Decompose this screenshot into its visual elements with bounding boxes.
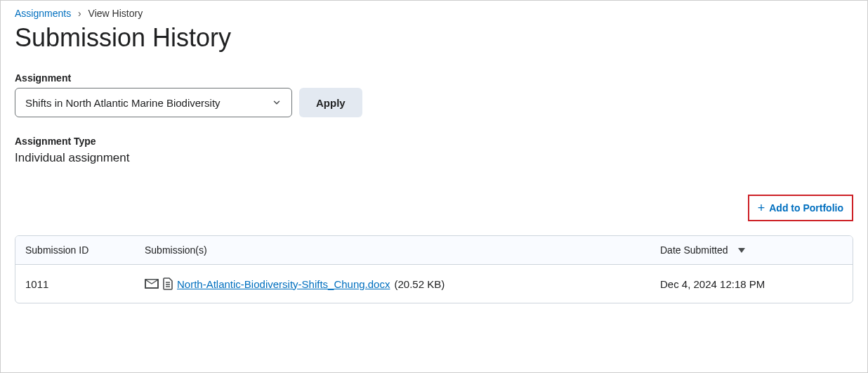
breadcrumb: Assignments › View History <box>15 8 853 19</box>
assignment-type-value: Individual assignment <box>15 151 853 165</box>
table-header-row: Submission ID Submission(s) Date Submitt… <box>15 236 853 265</box>
cell-submission-id: 1011 <box>25 278 145 290</box>
add-to-portfolio-label: Add to Portfolio <box>769 202 843 214</box>
document-icon <box>163 277 173 290</box>
page-title: Submission History <box>15 23 853 53</box>
sort-desc-icon <box>737 244 746 256</box>
table-row: 1011 North-Atlantic-Biodiversity-Shifts_… <box>15 265 853 303</box>
plus-icon: + <box>758 202 765 214</box>
col-header-date-label: Date Submitted <box>660 244 728 256</box>
chevron-down-icon <box>272 98 282 107</box>
breadcrumb-root-link[interactable]: Assignments <box>15 8 71 19</box>
assignment-type-label: Assignment Type <box>15 136 853 147</box>
submissions-table: Submission ID Submission(s) Date Submitt… <box>15 235 853 303</box>
breadcrumb-separator: › <box>78 8 81 19</box>
assignment-select[interactable]: Shifts in North Atlantic Marine Biodiver… <box>15 88 292 117</box>
assignment-filter-label: Assignment <box>15 72 853 84</box>
add-to-portfolio-button[interactable]: + Add to Portfolio <box>748 195 853 221</box>
col-header-id: Submission ID <box>25 244 145 256</box>
mail-icon[interactable] <box>145 279 159 289</box>
file-link[interactable]: North-Atlantic-Biodiversity-Shifts_Chung… <box>177 278 390 290</box>
file-size: (20.52 KB) <box>394 278 445 290</box>
cell-submission-file: North-Atlantic-Biodiversity-Shifts_Chung… <box>145 277 660 290</box>
col-header-submissions: Submission(s) <box>145 244 660 256</box>
apply-button[interactable]: Apply <box>299 88 362 117</box>
svg-marker-0 <box>738 248 745 253</box>
col-header-date[interactable]: Date Submitted <box>660 244 843 256</box>
assignment-select-value: Shifts in North Atlantic Marine Biodiver… <box>25 97 221 109</box>
breadcrumb-current: View History <box>88 8 143 19</box>
cell-date-submitted: Dec 4, 2024 12:18 PM <box>660 278 843 290</box>
